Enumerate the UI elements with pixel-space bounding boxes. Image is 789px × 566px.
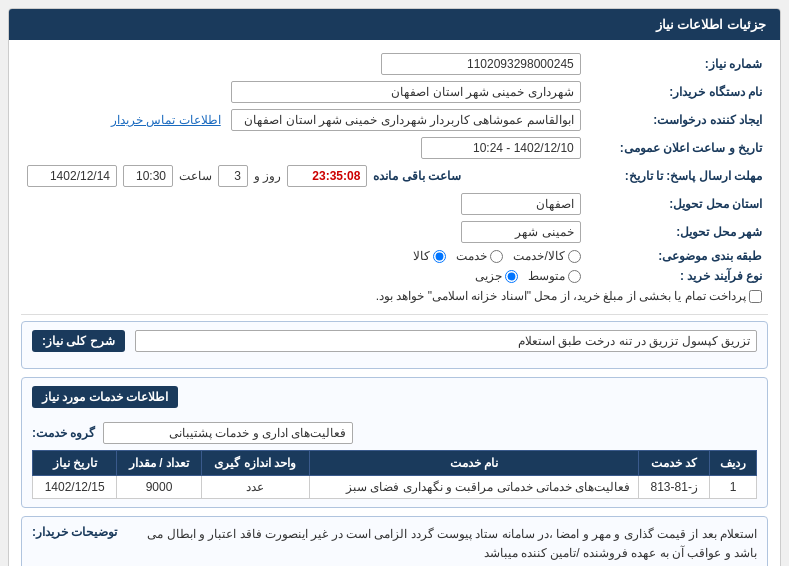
pardakht-text: پرداخت تمام یا بخشی از مبلغ خرید، از محل… — [376, 289, 746, 303]
radio-kala-khadamat-input[interactable] — [568, 250, 581, 263]
radio-motevaset-input[interactable] — [568, 270, 581, 283]
saat-value: 10:30 — [123, 165, 173, 187]
radio-kala-input[interactable] — [433, 250, 446, 263]
cell-kod: ز-81-813 — [639, 476, 709, 499]
radio-jazei-input[interactable] — [505, 270, 518, 283]
shomareNiaz-value: 1102093298000245 — [381, 53, 581, 75]
contact-link[interactable]: اطلاعات تماس خریدار — [111, 113, 221, 127]
notes-text: استعلام بعد از قیمت گذاری و مهر و امضا ،… — [127, 525, 757, 563]
mande-label: ساعت باقی مانده — [373, 169, 461, 183]
col-vahed: واحد اندازه گیری — [201, 451, 309, 476]
col-radif: ردیف — [709, 451, 756, 476]
sharh-section: تزریق کپسول تزریق در تنه درخت طبق استعلا… — [21, 321, 768, 369]
info-table: شماره نیاز: 1102093298000245 نام دستگاه … — [21, 50, 768, 306]
notes-label: توضیحات خریدار: — [32, 525, 117, 539]
radio-kala-khadamat[interactable]: کالا/خدمت — [513, 249, 580, 263]
sharh-title: شرح کلی نیاز: — [32, 330, 125, 352]
saat-label: ساعت — [179, 169, 212, 183]
ijad-label: ایجاد کننده درخواست: — [587, 106, 768, 134]
cell-vahed: عدد — [201, 476, 309, 499]
tarikh-value: 1402/12/10 - 10:24 — [421, 137, 581, 159]
radio-khadamat[interactable]: خدمت — [456, 249, 503, 263]
namdastgah-value: شهرداری خمینی شهر استان اصفهان — [231, 81, 581, 103]
tabaqe-label: طبقه بندی موضوعی: — [587, 246, 768, 266]
shahr-value: خمینی شهر — [461, 221, 581, 243]
radio-khadamat-input[interactable] — [490, 250, 503, 263]
group-label: گروه خدمت: — [32, 426, 95, 440]
table-row: 1 ز-81-813 فعالیت‌های خدماتی خدماتی مراق… — [33, 476, 757, 499]
ijad-value: ابوالقاسم عموشاهی کاربردار شهرداری خمینی… — [231, 109, 581, 131]
cell-radif: 1 — [709, 476, 756, 499]
radio-motevaset[interactable]: متوسط — [528, 269, 581, 283]
ostan-value: اصفهان — [461, 193, 581, 215]
khademat-title: اطلاعات خدمات مورد نیاز — [32, 386, 178, 408]
mohlat-date: 1402/12/14 — [27, 165, 117, 187]
notes-section: استعلام بعد از قیمت گذاری و مهر و امضا ،… — [21, 516, 768, 566]
rooz-value: 3 — [218, 165, 248, 187]
shomareNiaz-label: شماره نیاز: — [587, 50, 768, 78]
col-name: نام خدمت — [309, 451, 639, 476]
radio-kala[interactable]: کالا — [413, 249, 446, 263]
sharh-text: تزریق کپسول تزریق در تنه درخت طبق استعلا… — [135, 330, 757, 352]
khademat-section: اطلاعات خدمات مورد نیاز فعالیت‌های اداری… — [21, 377, 768, 508]
service-table: ردیف کد خدمت نام خدمت واحد اندازه گیری ت… — [32, 450, 757, 499]
mohlat-label: مهلت ارسال پاسخ: تا تاریخ: — [587, 162, 768, 190]
radio-jazei[interactable]: جزیی — [475, 269, 518, 283]
col-tarikh: تاریخ نیاز — [33, 451, 117, 476]
cell-tedad: 9000 — [117, 476, 201, 499]
group-value: فعالیت‌های اداری و خدمات پشتیبانی — [103, 422, 353, 444]
cell-tarikh: 1402/12/15 — [33, 476, 117, 499]
namdastgah-label: نام دستگاه خریدار: — [587, 78, 768, 106]
cell-name: فعالیت‌های خدماتی خدماتی مراقبت و نگهدار… — [309, 476, 639, 499]
col-tedad: تعداد / مقدار — [117, 451, 201, 476]
tarikh-label: تاریخ و ساعت اعلان عمومی: — [587, 134, 768, 162]
radio-kala-khadamat-label: کالا/خدمت — [513, 249, 564, 263]
pardakht-checkbox[interactable] — [749, 290, 762, 303]
page-title: جزئیات اطلاعات نیاز — [656, 17, 766, 32]
rooz-label: روز و — [254, 169, 281, 183]
radio-motevaset-label: متوسط — [528, 269, 565, 283]
radio-jazei-label: جزیی — [475, 269, 502, 283]
radio-kala-label: کالا — [413, 249, 430, 263]
pardakht-row: پرداخت تمام یا بخشی از مبلغ خرید، از محل… — [27, 289, 762, 303]
col-kod: کد خدمت — [639, 451, 709, 476]
radio-khadamat-label: خدمت — [456, 249, 487, 263]
mande-value: 23:35:08 — [287, 165, 367, 187]
shahr-label: شهر محل تحویل: — [587, 218, 768, 246]
page-header: جزئیات اطلاعات نیاز — [9, 9, 780, 40]
noopardakht-label: نوع فرآیند خرید : — [587, 266, 768, 286]
ostan-label: استان محل تحویل: — [587, 190, 768, 218]
